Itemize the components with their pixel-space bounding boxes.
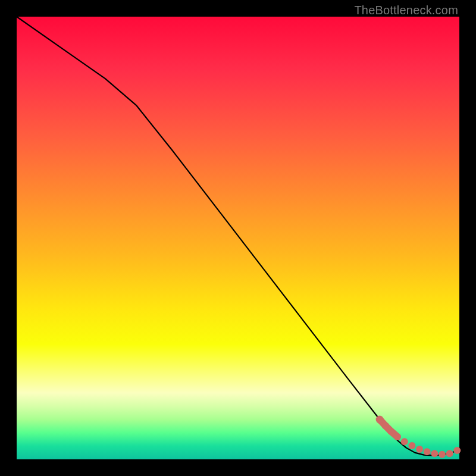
chart-overlay-svg <box>17 17 459 459</box>
chart-marker <box>408 442 415 449</box>
chart-marker <box>382 422 389 429</box>
chart-marker <box>439 451 446 458</box>
chart-stage: TheBottleneck.com <box>0 0 476 476</box>
chart-marker <box>376 416 384 424</box>
chart-marker <box>424 448 431 455</box>
chart-marker <box>387 428 394 435</box>
chart-marker <box>431 450 438 457</box>
chart-marker <box>453 447 461 454</box>
chart-marker <box>394 433 401 440</box>
chart-curve <box>17 17 459 455</box>
chart-marker <box>401 438 408 445</box>
watermark-label: TheBottleneck.com <box>354 4 458 17</box>
chart-marker <box>446 450 453 457</box>
chart-marker <box>416 446 423 453</box>
